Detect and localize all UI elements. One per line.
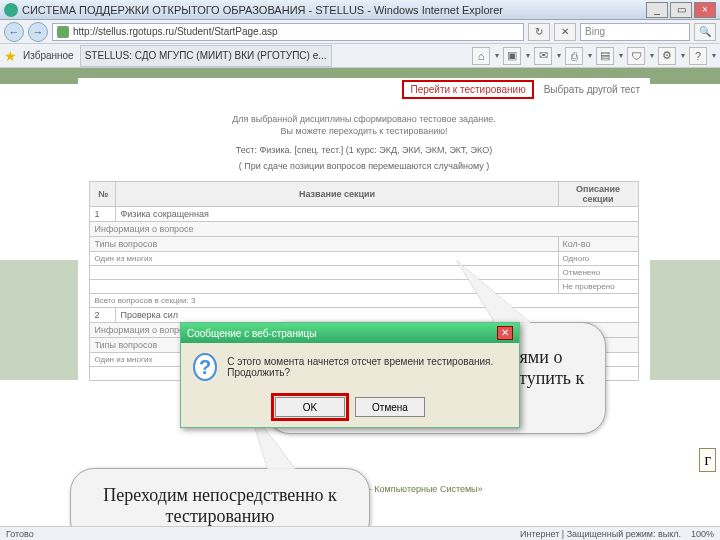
favorites-star-icon[interactable]: ★ (4, 48, 17, 64)
sub-types: Типы вопросов (90, 237, 558, 252)
tab-title: STELLUS: СДО МГУПС (МИИТ) ВКИ (РГОТУПС) … (85, 50, 327, 61)
ie-icon (4, 3, 18, 17)
intro-text: Для выбранной дисциплины сформировано те… (78, 114, 650, 137)
browser-tab[interactable]: STELLUS: СДО МГУПС (МИИТ) ВКИ (РГОТУПС) … (80, 45, 332, 67)
table-row: Не проверено (90, 280, 638, 294)
window-title: СИСТЕМА ПОДДЕРЖКИ ОТКРЫТОГО ОБРАЗОВАНИЯ … (22, 4, 646, 16)
window-titlebar: СИСТЕМА ПОДДЕРЖКИ ОТКРЫТОГО ОБРАЗОВАНИЯ … (0, 0, 720, 20)
choose-other-test-link[interactable]: Выбрать другой тест (542, 80, 642, 99)
page-viewport: Перейти к тестированию Выбрать другой те… (0, 68, 720, 526)
row-single: Один из многих (90, 252, 558, 266)
search-placeholder: Bing (585, 26, 605, 37)
row2-name: Проверка сил (116, 308, 638, 323)
url-field[interactable]: http://stellus.rgotups.ru/Student/StartP… (52, 23, 524, 41)
stop-button[interactable]: ✕ (554, 23, 576, 41)
th-num: № (90, 182, 116, 207)
feed-icon[interactable]: ▣ (503, 47, 521, 65)
shuffle-note: ( При сдаче позиции вопросов перемешаютс… (78, 161, 650, 171)
dialog-title-text: Сообщение с веб-страницы (187, 328, 316, 339)
th-desc: Описание секции (558, 182, 638, 207)
back-button[interactable]: ← (4, 22, 24, 42)
dialog-titlebar[interactable]: Сообщение с веб-страницы ✕ (181, 323, 519, 343)
table-row: 2 Проверка сил (90, 308, 638, 323)
row-total: Всего вопросов в секции: 3 (90, 294, 638, 308)
forward-button[interactable]: → (28, 22, 48, 42)
table-row: Отменено (90, 266, 638, 280)
dialog-ok-button[interactable]: OK (275, 397, 345, 417)
table-row: Всего вопросов в секции: 3 (90, 294, 638, 308)
sub-info: Информация о вопросе (90, 222, 638, 237)
print-icon[interactable]: ⎙ (565, 47, 583, 65)
search-button[interactable]: 🔍 (694, 23, 716, 41)
minimize-button[interactable]: _ (646, 2, 668, 18)
row1-name: Физика сокращенная (116, 207, 638, 222)
row1-num: 1 (90, 207, 116, 222)
dialog-message: С этого момента начнется отсчет времени … (227, 356, 507, 378)
goto-test-link[interactable]: Перейти к тестированию (402, 80, 533, 99)
table-row: 1 Физика сокращенная (90, 207, 638, 222)
status-bar: Готово Интернет | Защищенный режим: выкл… (0, 526, 720, 540)
test-name-label: Тест: Физика. [спец. тест.] (1 курс: ЭКД… (78, 145, 650, 155)
home-icon[interactable]: ⌂ (472, 47, 490, 65)
address-bar: ← → http://stellus.rgotups.ru/Student/St… (0, 20, 720, 44)
question-icon: ? (193, 353, 217, 381)
intro-line-2: Вы можете переходить к тестированию! (78, 126, 650, 138)
callout-goto-testing: Переходим непосредственно к тестированию (70, 468, 370, 526)
page-number-badge: г (699, 448, 716, 472)
page-icon[interactable]: ▤ (596, 47, 614, 65)
status-left: Готово (6, 529, 34, 539)
intro-line-1: Для выбранной дисциплины сформировано те… (78, 114, 650, 126)
row-unchecked: Не проверено (558, 280, 638, 294)
safety-icon[interactable]: 🛡 (627, 47, 645, 65)
refresh-button[interactable]: ↻ (528, 23, 550, 41)
row2-num: 2 (90, 308, 116, 323)
table-row: Один из многих Одного (90, 252, 638, 266)
site-icon (57, 26, 69, 38)
url-text: http://stellus.rgotups.ru/Student/StartP… (73, 26, 278, 37)
sub-count: Кол-во (558, 237, 638, 252)
status-zone: Интернет | Защищенный режим: выкл. (520, 529, 681, 539)
confirm-dialog: Сообщение с веб-страницы ✕ ? С этого мом… (180, 322, 520, 428)
row-single-val: Одного (558, 252, 638, 266)
favorites-label[interactable]: Избранное (23, 50, 74, 61)
browser-toolbar: ★ Избранное STELLUS: СДО МГУПС (МИИТ) ВК… (0, 44, 720, 68)
callout2-text: Переходим непосредственно к тестированию (91, 485, 349, 526)
help-icon[interactable]: ? (689, 47, 707, 65)
status-zoom: 100% (691, 529, 714, 539)
tools-icon[interactable]: ⚙ (658, 47, 676, 65)
mail-icon[interactable]: ✉ (534, 47, 552, 65)
search-field[interactable]: Bing (580, 23, 690, 41)
th-name: Название секции (116, 182, 558, 207)
row-canceled: Отменено (558, 266, 638, 280)
maximize-button[interactable]: ▭ (670, 2, 692, 18)
dialog-cancel-button[interactable]: Отмена (355, 397, 425, 417)
dialog-close-button[interactable]: ✕ (497, 326, 513, 340)
close-button[interactable]: × (694, 2, 716, 18)
